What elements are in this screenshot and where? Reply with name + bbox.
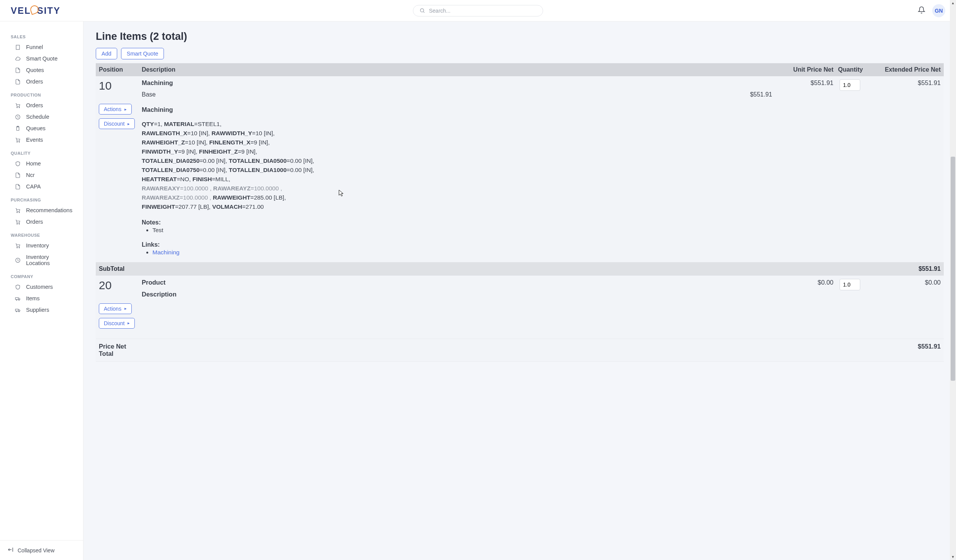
smart-quote-button[interactable]: Smart Quote [121, 48, 164, 59]
sidebar-item-inventory-locations[interactable]: Inventory Locations [0, 251, 83, 269]
spec-line: TOTALLEN_DIA0250=0.00 [IN], TOTALLEN_DIA… [142, 156, 772, 165]
chevron-right-icon: ▸ [124, 107, 127, 112]
sidebar-item-events[interactable]: Events [0, 134, 83, 146]
collapse-toggle[interactable]: Collapsed View [0, 540, 83, 560]
sidebar-item-smart-quote[interactable]: Smart Quote [0, 53, 83, 64]
base-price: $551.91 [750, 91, 772, 98]
row-discount-button[interactable]: Discount ▸ [99, 318, 135, 329]
doc-icon [15, 67, 21, 73]
subtotal-label: SubTotal [96, 262, 139, 275]
unit-price: $551.91 [775, 76, 837, 262]
collapse-icon [8, 547, 14, 554]
clipboard-icon [15, 125, 21, 131]
sidebar-item-queues[interactable]: Queues [0, 123, 83, 134]
base-label: Base [142, 91, 156, 98]
sidebar-item-label: Queues [26, 125, 46, 131]
sidebar-item-label: Orders [26, 219, 43, 225]
sidebar-item-label: Suppliers [26, 307, 49, 313]
chevron-right-icon: ▸ [128, 321, 130, 326]
page-title: Line Items (2 total) [96, 31, 944, 43]
sidebar-item-suppliers[interactable]: Suppliers [0, 304, 83, 316]
total-label: Price Net Total [96, 339, 139, 361]
svg-point-22 [16, 300, 17, 300]
truck-icon [15, 307, 21, 313]
row-discount-button[interactable]: Discount ▸ [99, 118, 135, 129]
svg-point-15 [19, 212, 20, 213]
total-value: $551.91 [875, 339, 944, 361]
chevron-right-icon: ▸ [124, 306, 127, 311]
spec-title: Machining [142, 105, 772, 115]
svg-point-25 [16, 311, 17, 312]
sidebar-item-schedule[interactable]: Schedule [0, 111, 83, 123]
sidebar-item-label: Events [26, 137, 43, 143]
main-content: Line Items (2 total) Add Smart Quote Pos… [83, 21, 956, 560]
cart-icon [15, 207, 21, 213]
sidebar-item-ncr[interactable]: Ncr [0, 169, 83, 181]
spec-line: RAWLENGTH_X=10 [IN], RAWWIDTH_Y=10 [IN], [142, 129, 772, 138]
scrollbar[interactable]: ▲ ▼ [950, 0, 956, 560]
extended-price: $0.00 [875, 275, 944, 339]
sidebar-item-label: Items [26, 295, 39, 301]
svg-point-16 [16, 223, 17, 224]
sidebar-item-label: Recommendations [26, 207, 72, 213]
svg-line-1 [423, 11, 424, 13]
sidebar-item-label: Funnel [26, 44, 43, 50]
cart-icon [15, 242, 21, 249]
sidebar-item-orders[interactable]: Orders [0, 76, 83, 87]
sidebar-item-items[interactable]: Items [0, 293, 83, 304]
svg-point-17 [19, 223, 20, 224]
col-description: Description [139, 63, 775, 76]
sidebar-item-label: Home [26, 160, 41, 167]
svg-rect-24 [15, 309, 18, 311]
sidebar-item-recommendations[interactable]: Recommendations [0, 205, 83, 216]
sidebar-item-label: Smart Quote [26, 56, 57, 62]
subtotal-value: $551.91 [875, 262, 944, 275]
search-icon [419, 8, 425, 13]
avatar[interactable]: GN [932, 4, 945, 17]
chevron-right-icon: ▸ [128, 121, 130, 126]
clock-icon [15, 114, 21, 120]
svg-point-7 [16, 107, 17, 108]
svg-point-13 [19, 141, 20, 142]
bell-icon[interactable] [918, 6, 925, 15]
spec-line: FINWEIGHT=207.77 [LB], VOLMACH=271.00 [142, 202, 772, 211]
spec-line: RAWAREAXY=100.0000 , RAWAREAYZ=100.0000 … [142, 184, 772, 193]
doc-icon [15, 183, 21, 190]
spec-line: QTY=1, MATERIAL=STEEL1, [142, 120, 772, 129]
row-actions-button[interactable]: Actions ▸ [99, 104, 132, 115]
svg-point-18 [16, 247, 17, 248]
quantity-input[interactable] [840, 79, 860, 91]
link-item[interactable]: Machining [152, 249, 180, 255]
sidebar-section-label: COMPANY [0, 269, 83, 281]
sidebar-item-label: Orders [26, 79, 43, 85]
collapse-label: Collapsed View [18, 547, 54, 553]
sidebar-section-label: PURCHASING [0, 192, 83, 205]
sidebar-item-funnel[interactable]: Funnel [0, 41, 83, 53]
cart-icon [15, 102, 21, 108]
search-input[interactable] [429, 8, 537, 14]
add-button[interactable]: Add [96, 48, 117, 59]
row-actions-button[interactable]: Actions ▸ [99, 303, 132, 314]
sidebar: SALESFunnelSmart QuoteQuotesOrdersPRODUC… [0, 21, 83, 560]
sidebar-item-customers[interactable]: Customers [0, 281, 83, 293]
sidebar-item-home[interactable]: Home [0, 158, 83, 169]
shield-icon [15, 284, 21, 290]
total-row: Price Net Total$551.91 [96, 339, 944, 361]
links-label: Links: [142, 241, 772, 248]
search-bar [413, 5, 543, 16]
scrollbar-thumb[interactable] [951, 157, 955, 381]
col-quantity: Quantity [837, 63, 875, 76]
spec-line: HEATTREAT=NO, FINISH=MILL, [142, 175, 772, 184]
sidebar-item-label: Orders [26, 102, 43, 108]
sidebar-section-label: WAREHOUSE [0, 228, 83, 240]
col-extended: Extended Price Net [875, 63, 944, 76]
unit-price: $0.00 [775, 275, 837, 339]
truck-icon [15, 295, 21, 301]
quantity-input[interactable] [840, 279, 860, 290]
sidebar-item-orders[interactable]: Orders [0, 100, 83, 111]
sidebar-item-quotes[interactable]: Quotes [0, 64, 83, 76]
sidebar-item-orders[interactable]: Orders [0, 216, 83, 228]
sidebar-item-inventory[interactable]: Inventory [0, 240, 83, 251]
sidebar-item-label: Inventory [26, 242, 49, 249]
sidebar-item-capa[interactable]: CAPA [0, 181, 83, 192]
